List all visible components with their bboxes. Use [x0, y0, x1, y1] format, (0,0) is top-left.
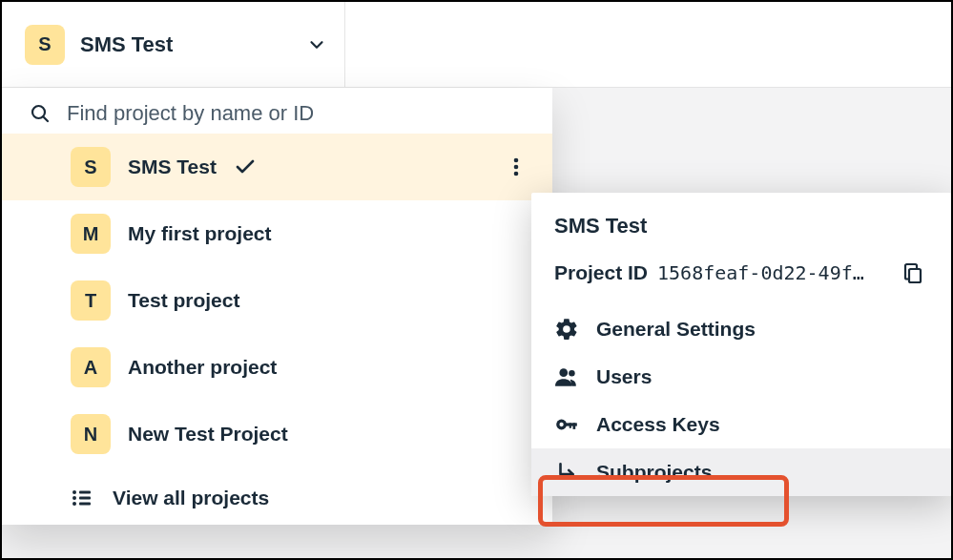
svg-rect-8 — [79, 497, 91, 500]
svg-point-12 — [559, 368, 568, 377]
project-item-sms-test[interactable]: S SMS Test — [2, 134, 552, 200]
svg-rect-17 — [573, 423, 576, 429]
svg-rect-10 — [79, 503, 91, 506]
project-item-label: Test project — [128, 289, 239, 312]
context-item-access-keys[interactable]: Access Keys — [531, 401, 951, 448]
svg-point-3 — [514, 165, 519, 170]
svg-point-13 — [569, 370, 575, 377]
project-list: S SMS Test M My first project T Test pro… — [2, 134, 552, 467]
project-item-label: SMS Test — [128, 156, 217, 178]
project-item-new-test-project[interactable]: N New Test Project — [2, 401, 552, 467]
context-item-label: Users — [596, 365, 652, 388]
context-item-users[interactable]: Users — [531, 353, 951, 401]
project-dropdown: S SMS Test M My first project T Test pro… — [2, 88, 552, 525]
list-icon — [71, 487, 93, 509]
check-icon — [234, 156, 257, 178]
context-item-general-settings[interactable]: General Settings — [531, 305, 951, 353]
project-search-row — [2, 88, 552, 134]
project-item-test-project[interactable]: T Test project — [2, 267, 552, 334]
project-avatar: T — [71, 280, 111, 321]
project-id-row: Project ID 1568feaf-0d22-49f… — [531, 248, 951, 305]
users-icon — [554, 364, 579, 389]
gear-icon — [554, 317, 579, 342]
project-avatar: N — [71, 414, 111, 454]
project-picker-label: SMS Test — [80, 32, 291, 57]
project-avatar: S — [25, 25, 65, 65]
svg-rect-6 — [79, 491, 91, 494]
svg-point-4 — [514, 172, 519, 176]
project-avatar: M — [71, 214, 111, 254]
chevron-down-icon — [306, 34, 327, 55]
project-item-another-project[interactable]: A Another project — [2, 334, 552, 401]
svg-point-2 — [514, 158, 519, 163]
topbar: S SMS Test — [2, 2, 951, 88]
svg-point-7 — [73, 496, 76, 500]
svg-line-1 — [43, 116, 48, 121]
topbar-spacer — [345, 2, 951, 87]
project-avatar: A — [71, 347, 111, 387]
view-all-projects[interactable]: View all projects — [2, 467, 552, 515]
context-item-label: Subprojects — [596, 461, 712, 484]
search-icon — [29, 102, 52, 125]
svg-rect-11 — [909, 269, 921, 282]
context-item-subprojects[interactable]: Subprojects — [531, 448, 951, 496]
project-search-input[interactable] — [67, 101, 526, 126]
project-avatar: S — [71, 147, 111, 187]
context-menu-title: SMS Test — [531, 210, 951, 248]
context-item-label: General Settings — [596, 318, 756, 341]
svg-rect-18 — [570, 423, 571, 427]
project-id-value: 1568feaf-0d22-49f… — [657, 261, 888, 284]
svg-point-5 — [73, 490, 76, 494]
project-context-menu: SMS Test Project ID 1568feaf-0d22-49f… G… — [531, 193, 951, 496]
project-item-label: New Test Project — [128, 423, 288, 446]
project-picker[interactable]: S SMS Test — [2, 2, 345, 87]
project-item-label: My first project — [128, 222, 272, 245]
more-icon[interactable] — [507, 150, 526, 184]
view-all-label: View all projects — [113, 487, 269, 509]
key-icon — [554, 412, 579, 437]
subprojects-icon — [554, 460, 579, 485]
project-item-label: Another project — [128, 356, 277, 379]
context-item-label: Access Keys — [596, 413, 720, 436]
project-id-label: Project ID — [554, 261, 648, 284]
svg-point-9 — [73, 502, 76, 506]
copy-icon[interactable] — [898, 258, 928, 288]
svg-point-15 — [559, 423, 563, 426]
project-item-my-first-project[interactable]: M My first project — [2, 200, 552, 267]
